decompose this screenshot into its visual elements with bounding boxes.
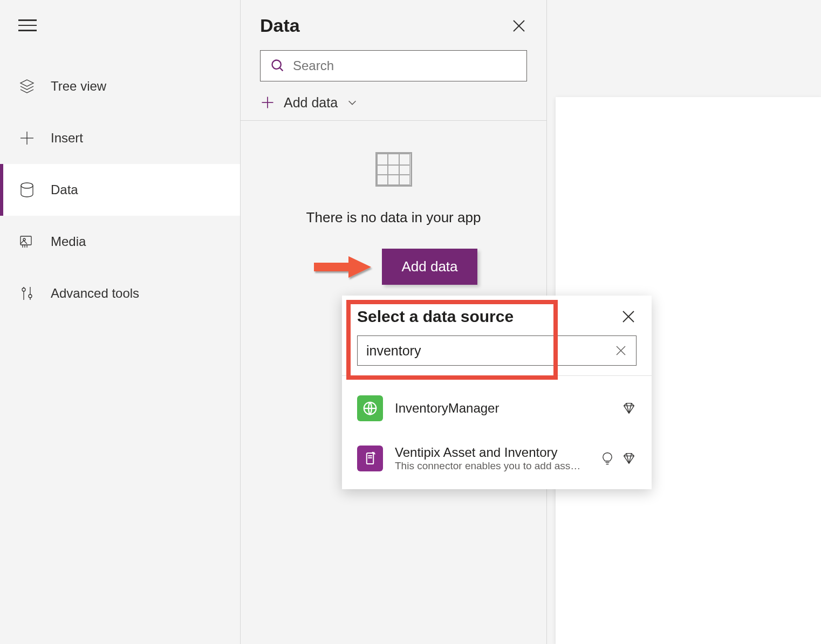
connector-globe-icon (357, 395, 383, 421)
clear-search-button[interactable] (614, 344, 627, 357)
svg-point-2 (21, 183, 33, 188)
table-icon (375, 152, 412, 187)
data-source-item-inventorymanager[interactable]: InventoryManager (342, 383, 652, 433)
svg-point-13 (272, 60, 281, 69)
arrow-annotation-icon (310, 253, 374, 281)
close-panel-button[interactable] (511, 18, 527, 34)
svg-point-4 (23, 238, 25, 241)
search-icon (270, 58, 285, 73)
nav-item-data[interactable]: Data (0, 164, 240, 216)
add-data-dropdown[interactable]: Add data (260, 90, 527, 120)
add-data-button[interactable]: Add data (382, 249, 477, 285)
media-icon (17, 232, 37, 251)
data-search-input[interactable] (293, 58, 517, 73)
chevron-down-icon (346, 97, 358, 108)
plus-icon (17, 128, 37, 148)
nav-label: Data (51, 182, 78, 197)
data-source-search-input[interactable] (366, 343, 614, 359)
data-source-list: InventoryManager Ventipix Asset and Inve… (342, 376, 652, 489)
nav-label: Media (51, 234, 86, 249)
left-nav-panel: Tree view Insert Data Media Advanced too… (0, 0, 241, 644)
database-icon (17, 180, 37, 200)
close-popup-button[interactable] (620, 309, 637, 325)
empty-state: There is no data in your app Add data (241, 121, 546, 285)
popup-title: Select a data source (357, 307, 514, 326)
svg-rect-3 (20, 236, 31, 245)
lightbulb-icon (600, 451, 615, 466)
connector-description: This connector enables you to add ass… (395, 460, 596, 472)
svg-point-8 (29, 294, 32, 298)
nav-item-advanced-tools[interactable]: Advanced tools (0, 268, 240, 319)
connector-name: InventoryManager (395, 401, 617, 416)
panel-title: Data (260, 15, 300, 36)
empty-message: There is no data in your app (241, 209, 546, 226)
premium-diamond-icon (621, 401, 637, 416)
select-data-source-popup: Select a data source InventoryManager (342, 296, 652, 489)
nav-label: Tree view (51, 79, 106, 94)
nav-item-media[interactable]: Media (0, 216, 240, 268)
svg-point-5 (22, 288, 25, 291)
data-source-item-ventipix[interactable]: Ventipix Asset and Inventory This connec… (342, 433, 652, 484)
connector-name: Ventipix Asset and Inventory (395, 445, 596, 460)
tools-icon (17, 284, 37, 303)
premium-diamond-icon (621, 451, 637, 466)
nav-label: Insert (51, 131, 83, 146)
data-source-search-box[interactable] (357, 335, 637, 366)
nav-label: Advanced tools (51, 286, 139, 301)
nav-item-tree-view[interactable]: Tree view (0, 60, 240, 112)
layers-icon (17, 77, 37, 96)
svg-line-14 (280, 68, 283, 71)
svg-rect-22 (367, 453, 374, 464)
connector-device-icon (357, 446, 383, 471)
nav-list: Tree view Insert Data Media Advanced too… (0, 60, 240, 319)
nav-item-insert[interactable]: Insert (0, 112, 240, 164)
plus-icon (260, 95, 275, 110)
add-data-label: Add data (284, 95, 338, 111)
data-search-box[interactable] (260, 50, 527, 81)
data-panel-header: Data Add data (241, 0, 546, 120)
hamburger-menu-button[interactable] (18, 16, 37, 35)
